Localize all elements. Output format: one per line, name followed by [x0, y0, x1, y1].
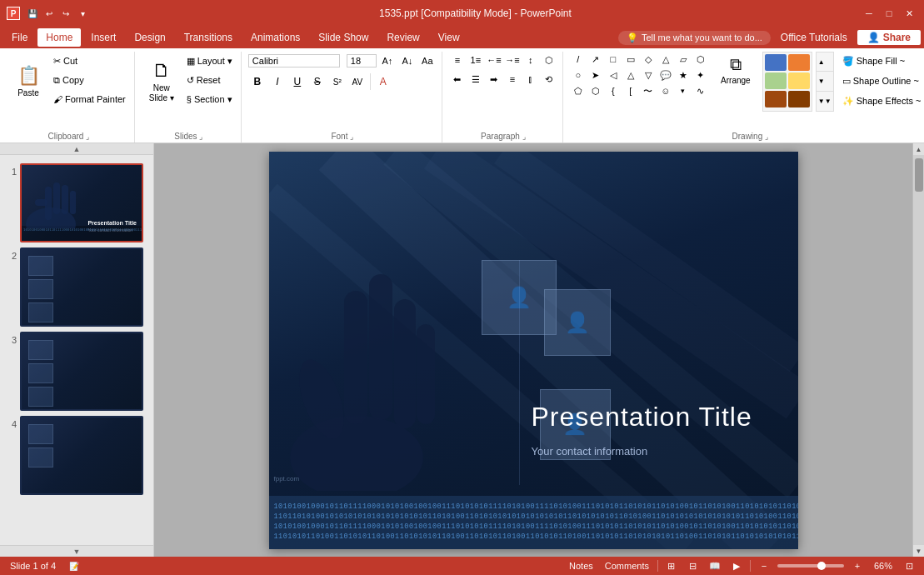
slide-thumb-1[interactable]: 1 Presentation Title Your contact inform… [3, 162, 150, 244]
slide-thumb-3[interactable]: 3 [3, 330, 150, 412]
menu-slideshow[interactable]: Slide Show [310, 28, 377, 47]
underline-btn[interactable]: U [288, 72, 307, 91]
shadow-btn[interactable]: S² [328, 72, 347, 91]
char-spacing-btn[interactable]: AV [348, 72, 367, 91]
save-quick-btn[interactable]: 💾 [25, 6, 40, 21]
slide-info[interactable]: Slide 1 of 4 [7, 560, 59, 572]
slides-panel[interactable]: ▲ 1 Presentation Title Your contact info… [0, 143, 154, 557]
cylinder-tool[interactable]: ⬡ [692, 52, 709, 67]
qs-item-4[interactable] [788, 72, 810, 89]
increase-indent-btn[interactable]: →≡ [504, 52, 521, 68]
format-painter-button[interactable]: 🖌 Format Painter [50, 90, 129, 108]
more-shapes-btn[interactable]: ▾ [675, 83, 692, 98]
new-slide-button[interactable]: 🗋 NewSlide ▾ [142, 52, 182, 112]
center-btn[interactable]: ☰ [467, 71, 484, 88]
star6-tool[interactable]: ✦ [692, 68, 709, 82]
align-right-btn[interactable]: ➡ [486, 71, 502, 88]
menu-review[interactable]: Review [378, 28, 427, 47]
callout-tool[interactable]: 💬 [657, 68, 674, 82]
shape-fill-button[interactable]: 🪣 Shape Fill ~ [839, 52, 924, 70]
reading-view-btn[interactable]: 📖 [707, 559, 723, 572]
star5-tool[interactable]: ★ [675, 68, 692, 82]
section-button[interactable]: § Section ▾ [183, 90, 236, 108]
reset-button[interactable]: ↺ Reset [183, 71, 236, 89]
qs-dropdown-btn[interactable]: ▼▼ [816, 92, 834, 112]
rect-tool[interactable]: □ [605, 52, 622, 67]
arrange-button[interactable]: ⧉ Arrange [714, 52, 757, 112]
ellipse-tool[interactable]: ○ [570, 68, 587, 82]
bracket-tool[interactable]: [ [622, 83, 639, 98]
menu-view[interactable]: View [430, 28, 468, 47]
columns-btn[interactable]: ⫿ [522, 71, 539, 88]
undo-quick-btn[interactable]: ↩ [42, 6, 57, 21]
font-size-input[interactable] [347, 54, 377, 68]
comments-btn[interactable]: Comments [602, 560, 652, 572]
increase-font-btn[interactable]: A↑ [378, 52, 397, 70]
close-btn[interactable]: ✕ [901, 5, 917, 22]
bullets-btn[interactable]: ≡ [449, 52, 466, 68]
slideshow-view-btn[interactable]: ▶ [728, 559, 745, 572]
layout-button[interactable]: ▦ Layout ▾ [183, 52, 236, 70]
scroll-thumb-right[interactable] [915, 158, 923, 192]
photo-placeholder-2[interactable]: 👤 [544, 289, 611, 356]
slide-preview-4[interactable] [20, 416, 143, 495]
wave-tool[interactable]: 〜 [640, 83, 657, 98]
hexagon-tool[interactable]: ⬡ [587, 83, 604, 98]
zoom-out-btn[interactable]: − [756, 559, 772, 572]
right-arrow-tool[interactable]: ➤ [587, 68, 604, 82]
share-button[interactable]: 👤 Share [857, 30, 921, 45]
parallelogram-tool[interactable]: ▱ [675, 52, 692, 67]
justify-btn[interactable]: ≡ [504, 71, 521, 88]
qs-item-2[interactable] [788, 54, 810, 71]
menu-animations[interactable]: Animations [242, 28, 308, 47]
rounded-rect-tool[interactable]: ▭ [622, 52, 639, 67]
menu-design[interactable]: Design [126, 28, 173, 47]
scroll-down-btn[interactable]: ▼ [913, 545, 925, 557]
diamond-tool[interactable]: ◇ [640, 52, 657, 67]
scroll-track-right[interactable] [913, 155, 925, 545]
decrease-indent-btn[interactable]: ←≡ [486, 52, 502, 68]
brace-tool[interactable]: { [605, 83, 622, 98]
zoom-thumb[interactable] [817, 562, 826, 570]
bold-btn[interactable]: B [248, 72, 267, 91]
cut-button[interactable]: ✂ Cut [50, 52, 129, 70]
qs-scroll-down[interactable]: ▼ [816, 72, 834, 92]
numbering-btn[interactable]: 1≡ [467, 52, 484, 68]
redo-quick-btn[interactable]: ↪ [58, 6, 73, 21]
zoom-level[interactable]: 66% [871, 560, 896, 572]
triangle-tool[interactable]: △ [657, 52, 674, 67]
qs-item-3[interactable] [765, 72, 787, 89]
clear-format-btn[interactable]: Aa [418, 52, 437, 70]
slide-thumb-4[interactable]: 4 [3, 414, 150, 497]
minimize-btn[interactable]: ─ [861, 5, 877, 22]
shape-effects-button[interactable]: ✨ Shape Effects ~ [839, 92, 924, 110]
slide-thumb-2[interactable]: 2 [3, 246, 150, 328]
arrow-tool[interactable]: ↗ [587, 52, 604, 67]
strikethrough-btn[interactable]: S [308, 72, 327, 91]
down-arrow-tool[interactable]: ▽ [640, 68, 657, 82]
left-arrow-tool[interactable]: ◁ [605, 68, 622, 82]
office-tutorials-link[interactable]: Office Tutorials [774, 30, 854, 45]
zoom-slider[interactable] [777, 564, 844, 568]
paste-button[interactable]: 📋 Paste [8, 52, 48, 112]
qs-item-1[interactable] [765, 54, 787, 71]
qs-item-6[interactable] [788, 91, 810, 108]
shape-outline-button[interactable]: ▭ Shape Outline ~ [839, 72, 924, 90]
italic-btn[interactable]: I [268, 72, 287, 91]
up-arrow-tool[interactable]: △ [622, 68, 639, 82]
font-color-btn[interactable]: A [374, 72, 392, 91]
qs-scroll-up[interactable]: ▲ [816, 52, 834, 72]
smiley-tool[interactable]: ☺ [657, 83, 674, 98]
menu-file[interactable]: File [3, 28, 36, 47]
pentagon-tool[interactable]: ⬠ [570, 83, 587, 98]
decrease-font-btn[interactable]: A↓ [398, 52, 417, 70]
slide-notes-icon[interactable]: 📝 [66, 561, 82, 572]
slides-scroll-down[interactable]: ▼ [0, 545, 153, 557]
notes-btn[interactable]: Notes [566, 560, 597, 572]
line-spacing-btn[interactable]: ↕ [522, 52, 539, 68]
fit-slide-btn[interactable]: ⊡ [901, 559, 917, 572]
slide-preview-3[interactable] [20, 332, 143, 411]
text-direction-btn[interactable]: ⟲ [541, 71, 557, 88]
qs-item-5[interactable] [765, 91, 787, 108]
align-left-btn[interactable]: ⬅ [449, 71, 466, 88]
